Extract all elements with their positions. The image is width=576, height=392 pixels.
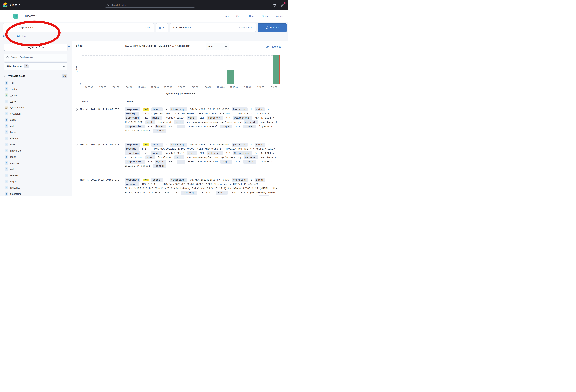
space-badge[interactable]: D — [13, 14, 18, 19]
histogram-bar-17:13:00[interactable] — [273, 56, 280, 84]
interval-select[interactable]: Auto — [206, 43, 229, 50]
source-value: ::1 — [143, 116, 148, 119]
filter-icon[interactable] — [3, 34, 7, 38]
field-name: ident — [10, 155, 16, 158]
source-field-badge: _score: — [153, 129, 166, 133]
kql-language-button[interactable]: KQL — [145, 26, 154, 29]
time-range-value[interactable]: Last 15 minutes — [170, 26, 239, 29]
expand-row-button[interactable] — [72, 142, 80, 168]
x-tick-label: 17:01:00 — [112, 86, 119, 88]
source-value: 1 — [250, 143, 252, 146]
source-field-badge: message: — [124, 182, 139, 186]
gridline — [181, 56, 181, 84]
x-tick-label: 17:11:00 — [243, 86, 251, 88]
source-field-badge: request: — [244, 120, 258, 124]
field-name: @version — [10, 112, 21, 115]
topbar-icons — [272, 0, 285, 10]
field-item-request[interactable]: trequest — [4, 178, 69, 185]
chevron-down-icon — [42, 46, 44, 48]
field-item-@timestamp[interactable]: @timestamp — [4, 104, 69, 111]
field-item-referrer[interactable]: treferrer — [4, 172, 69, 178]
field-item-_score[interactable]: #_score — [4, 92, 69, 98]
field-item-response[interactable]: tresponse — [4, 185, 69, 191]
header-action-save[interactable]: Save — [236, 15, 242, 18]
field-name: _index — [10, 88, 18, 90]
field-item-_type[interactable]: t_type — [4, 98, 69, 104]
time-range-control[interactable]: Last 15 minutes Show dates — [170, 24, 256, 32]
text-field-icon: t — [4, 155, 8, 159]
header-action-share[interactable]: Share — [262, 15, 269, 18]
newsfeed-button[interactable] — [281, 3, 285, 7]
source-field-badge: _index: — [243, 160, 256, 164]
elastic-logo-icon — [2, 2, 8, 8]
collapse-sidebar-button[interactable] — [68, 45, 72, 49]
gridline — [102, 56, 102, 84]
global-search-input[interactable]: Search Elastic — [105, 2, 195, 8]
add-filter-button[interactable]: + Add filter — [14, 35, 27, 38]
source-value: ByBN_3cB04dGovJLOawo — [188, 160, 218, 163]
source-value: 04/Mar/2021:22:13:06 +0000 — [190, 143, 229, 146]
source-value: _doc — [234, 125, 241, 128]
header-action-open[interactable]: Open — [249, 15, 255, 18]
field-item-path[interactable]: tpath — [4, 166, 69, 172]
header-action-new[interactable]: New — [224, 15, 230, 18]
chevron-down-icon — [225, 45, 227, 47]
header-action-inspect[interactable]: Inspect — [276, 15, 284, 18]
menu-button[interactable] — [3, 15, 7, 18]
histogram-chart[interactable] — [82, 56, 280, 84]
field-item-agent[interactable]: tagent — [4, 117, 69, 123]
hide-chart-button[interactable]: Hide chart — [265, 45, 282, 49]
refresh-icon — [265, 26, 268, 29]
histogram-bar-17:09:30[interactable] — [227, 70, 234, 84]
results-table-header: Time ▼ _source — [72, 100, 286, 104]
saved-query-menu-button[interactable] — [3, 24, 14, 32]
text-field-icon: t — [4, 124, 8, 128]
help-button[interactable] — [272, 3, 276, 7]
refresh-button[interactable]: Refresh — [258, 24, 287, 32]
source-value: - — [166, 108, 167, 111]
field-item-clientip[interactable]: tclientip — [4, 135, 69, 141]
source-field-badge: verb: — [187, 151, 197, 155]
date-picker-menu-button[interactable] — [156, 24, 168, 32]
available-fields-header[interactable]: Available fields 20 — [4, 73, 67, 78]
field-item-host[interactable]: thost — [4, 141, 69, 147]
field-item-bytes[interactable]: tbytes — [4, 129, 69, 135]
source-field-badge: message: — [124, 112, 139, 116]
field-item-message[interactable]: tmessage — [4, 160, 69, 166]
number-field-icon: # — [4, 93, 8, 97]
field-item-httpversion[interactable]: thttpversion — [4, 147, 69, 154]
results-table-body: Mar 4, 2021 @ 17:13:07.876response: 404 … — [72, 104, 286, 196]
source-value: localhost — [158, 156, 172, 159]
filter-by-type-dropdown[interactable]: Filter by type 0 — [4, 62, 67, 70]
discover-page: elastic Search Elastic — [0, 0, 288, 196]
source-value: ::1 - - [04/Mar/2021:22:13:06 +0000] "GE… — [142, 147, 275, 150]
x-tick-label: 17:02:00 — [125, 86, 132, 88]
expand-row-button[interactable] — [72, 107, 80, 133]
source-value: - — [169, 129, 170, 132]
table-row: Mar 4, 2021 @ 17:13:07.876response: 404 … — [72, 104, 286, 140]
global-search-placeholder: Search Elastic — [112, 4, 126, 6]
x-tick-label: 17:08:00 — [204, 86, 211, 88]
source-value: ::1 - - [04/Mar/2021:22:13:06 +0000] "GE… — [142, 112, 275, 115]
query-input[interactable]: response:404 — [14, 26, 145, 29]
field-item-_index[interactable]: t_index — [4, 86, 69, 92]
top-navigation-bar: elastic Search Elastic — [0, 0, 288, 10]
field-item-_id[interactable]: t_id — [4, 80, 69, 86]
field-name: _score — [10, 94, 18, 97]
search-field-names-input[interactable]: Search field names — [4, 54, 67, 61]
text-field-icon: t — [4, 173, 8, 177]
field-item-timestamp[interactable]: ttimestamp — [4, 191, 69, 196]
source-field-badge: ident: — [151, 143, 163, 147]
chevron-down-icon — [9, 26, 12, 29]
expand-row-button[interactable] — [72, 178, 80, 196]
column-header-time[interactable]: Time ▼ — [80, 100, 88, 103]
index-pattern-selector[interactable]: logstash-* — [4, 44, 67, 51]
elastic-brand[interactable]: elastic — [2, 0, 20, 10]
field-item-ident[interactable]: tident — [4, 154, 69, 160]
x-tick-label: 17:10:00 — [230, 86, 238, 88]
show-dates-button[interactable]: Show dates — [239, 26, 256, 29]
x-tick-label: 17:03:00 — [138, 86, 145, 88]
field-item-@version[interactable]: t@version — [4, 111, 69, 117]
field-item-auth[interactable]: tauth — [4, 123, 69, 129]
filter-by-type-label: Filter by type — [6, 65, 22, 68]
